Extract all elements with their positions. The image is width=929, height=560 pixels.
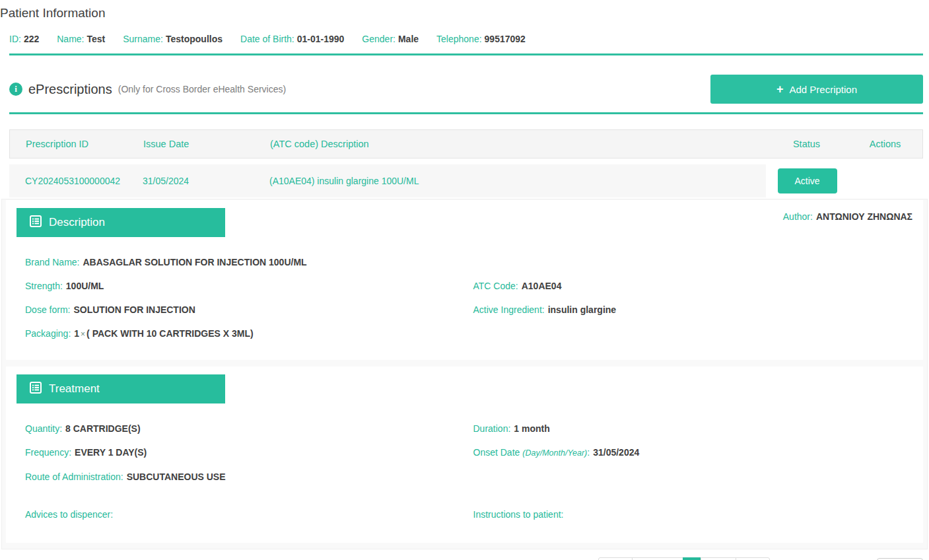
col-header-prescription-id: Prescription ID xyxy=(10,139,143,149)
patient-name-label: Name: xyxy=(57,34,84,44)
duration-value: 1 month xyxy=(514,423,549,434)
prescription-id-cell: CY2024053100000042 xyxy=(9,176,143,186)
pager-previous-button[interactable]: Previous xyxy=(632,557,684,560)
pagination-bar: First Previous 1 Next Last Items per pag… xyxy=(9,557,923,560)
col-header-actions: Actions xyxy=(848,139,922,149)
patient-dob-value: 01-01-1990 xyxy=(297,34,345,44)
eprescriptions-subtitle: (Only for Cross Border eHealth Services) xyxy=(118,84,286,94)
instructions-field: Instructions to patient: xyxy=(465,507,913,522)
pager-next-button[interactable]: Next xyxy=(701,557,736,560)
issue-date-cell: 31/05/2024 xyxy=(143,176,269,186)
packaging-field: Packaging:1×( PACK WITH 10 CARTRIDGES X … xyxy=(17,326,465,341)
active-ingredient-value: insulin glargine xyxy=(548,304,616,315)
brand-name-value: ABASAGLAR SOLUTION FOR INJECTION 100U/ML xyxy=(83,257,306,267)
patient-dob-label: Date of Birth: xyxy=(240,34,294,44)
onset-date-colon: : xyxy=(587,447,590,458)
patient-telephone: Telephone:99517092 xyxy=(436,34,526,44)
atc-code-field: ATC Code:A10AE04 xyxy=(465,279,913,293)
dose-form-label: Dose form: xyxy=(25,304,70,315)
prescription-row-main: CY2024053100000042 31/05/2024 (A10AE04) … xyxy=(9,164,766,197)
dose-form-field: Dose form:SOLUTION FOR INJECTION xyxy=(17,302,465,317)
packaging-times: × xyxy=(81,330,85,339)
quantity-value: 8 CARTRIDGE(S) xyxy=(65,423,141,434)
pager-page-1-button[interactable]: 1 xyxy=(683,557,701,560)
patient-gender-value: Male xyxy=(398,34,419,44)
frequency-label: Frequency: xyxy=(25,447,71,458)
list-alt-icon xyxy=(30,215,42,230)
brand-name-field: Brand Name:ABASAGLAR SOLUTION FOR INJECT… xyxy=(17,255,465,269)
pager-first-button[interactable]: First xyxy=(598,557,633,560)
advices-field: Advices to dispencer: xyxy=(17,507,465,522)
dose-form-value: SOLUTION FOR INJECTION xyxy=(73,304,195,315)
plus-icon: + xyxy=(776,83,784,95)
list-alt-icon xyxy=(30,382,42,397)
actions-cell xyxy=(848,164,923,197)
items-per-page-select-wrap: 5 xyxy=(877,558,923,560)
eprescriptions-header: i ePrescriptions (Only for Cross Border … xyxy=(9,75,923,104)
section-divider-2 xyxy=(9,112,923,114)
description-section-header: Description xyxy=(17,208,225,237)
route-label: Route of Administration: xyxy=(25,472,123,482)
patient-name-value: Test xyxy=(86,34,105,44)
empty-cell xyxy=(465,326,913,341)
table-header-row: Prescription ID Issue Date (ATC code) De… xyxy=(9,129,923,158)
onset-date-value: 31/05/2024 xyxy=(593,447,639,458)
pager-last-button[interactable]: Last xyxy=(736,557,770,560)
onset-date-field: Onset Date(Day/Month/Year):31/05/2024 xyxy=(465,445,913,460)
status-cell: Active xyxy=(766,164,848,197)
active-ingredient-label: Active Ingredient: xyxy=(473,304,545,315)
strength-label: Strength: xyxy=(25,281,63,291)
patient-name: Name:Test xyxy=(57,34,105,44)
description-section-title: Description xyxy=(49,216,105,229)
patient-id: ID:222 xyxy=(9,34,39,44)
onset-date-hint: (Day/Month/Year) xyxy=(522,448,587,458)
eprescriptions-title: ePrescriptions xyxy=(28,82,112,97)
description-cell: (A10AE04) insulin glargine 100U/ML xyxy=(269,176,766,186)
active-ingredient-field: Active Ingredient:insulin glargine xyxy=(465,302,913,317)
quantity-label: Quantity: xyxy=(25,423,62,434)
col-header-issue-date: Issue Date xyxy=(143,139,270,149)
duration-label: Duration: xyxy=(473,423,511,434)
atc-code-label: ATC Code: xyxy=(473,281,518,291)
advices-label: Advices to dispencer: xyxy=(25,509,113,520)
atc-code-value: A10AE04 xyxy=(522,281,562,291)
route-value: SUBCUTANEOUS USE xyxy=(127,472,226,482)
instructions-label: Instructions to patient: xyxy=(473,509,564,520)
patient-id-label: ID: xyxy=(9,34,21,44)
add-prescription-label: Add Precription xyxy=(789,84,857,95)
add-prescription-button[interactable]: + Add Precription xyxy=(710,75,923,104)
prescription-row[interactable]: CY2024053100000042 31/05/2024 (A10AE04) … xyxy=(9,164,923,197)
patient-id-value: 222 xyxy=(24,34,39,44)
page-title: Patient Information xyxy=(0,0,929,20)
patient-surname-value: Testopoullos xyxy=(166,34,223,44)
patient-dob: Date of Birth:01-01-1990 xyxy=(240,34,344,44)
patient-surname: Surname:Testopoullos xyxy=(123,34,223,44)
author-line: Author:ΑΝΤΩΝΙΟΥ ΖΗΝΩΝΑΣ xyxy=(783,211,912,222)
onset-date-label: Onset Date xyxy=(473,447,520,458)
description-fields: Brand Name:ABASAGLAR SOLUTION FOR INJECT… xyxy=(17,255,912,341)
frequency-value: EVERY 1 DAY(S) xyxy=(75,447,147,458)
section-divider xyxy=(9,53,923,55)
items-per-page-group: Items per page: 5 xyxy=(802,558,923,560)
info-icon[interactable]: i xyxy=(9,83,22,96)
eprescriptions-heading: i ePrescriptions (Only for Cross Border … xyxy=(9,82,286,97)
status-badge[interactable]: Active xyxy=(778,168,837,193)
patient-info-bar: ID:222 Name:Test Surname:Testopoullos Da… xyxy=(9,34,923,44)
strength-field: Strength:100U/ML xyxy=(17,279,465,293)
pager: First Previous 1 Next Last xyxy=(598,557,770,560)
treatment-section-header: Treatment xyxy=(17,374,225,403)
empty-cell xyxy=(465,255,913,269)
brand-name-label: Brand Name: xyxy=(25,257,79,267)
treatment-fields: Quantity:8 CARTRIDGE(S) Duration:1 month… xyxy=(17,421,912,522)
prescription-detail: Author:ΑΝΤΩΝΙΟΥ ΖΗΝΩΝΑΣ Description Bran… xyxy=(1,199,928,549)
patient-gender: Gender:Male xyxy=(362,34,419,44)
author-label: Author: xyxy=(783,211,813,222)
empty-cell xyxy=(465,470,913,484)
patient-gender-label: Gender: xyxy=(362,34,396,44)
author-value: ΑΝΤΩΝΙΟΥ ΖΗΝΩΝΑΣ xyxy=(816,211,912,222)
patient-surname-label: Surname: xyxy=(123,34,163,44)
treatment-section-title: Treatment xyxy=(49,382,100,396)
packaging-value: ( PACK WITH 10 CARTRIDGES X 3ML) xyxy=(86,328,254,339)
route-field: Route of Administration:SUBCUTANEOUS USE xyxy=(17,470,465,484)
col-header-description: (ATC code) Description xyxy=(270,139,765,149)
